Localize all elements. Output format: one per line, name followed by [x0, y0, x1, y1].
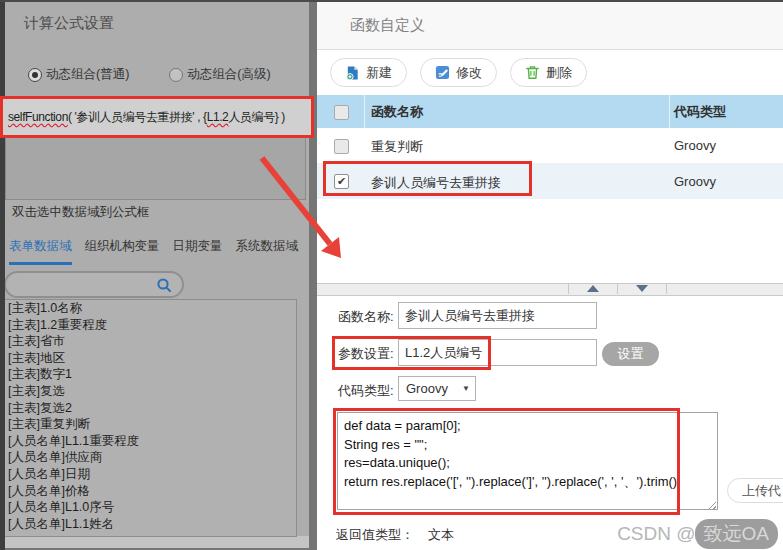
list-item[interactable]: [主表]1.0名称 — [4, 300, 296, 317]
set-button[interactable]: 设置 — [602, 342, 659, 366]
formula-settings-dialog: 计算公式设置 动态组合(普通) 动态组合(高级) selfFunction( '… — [0, 2, 309, 536]
watermark-prefix: CSDN @ — [617, 523, 695, 545]
function-custom-dialog: 函数自定义 新建 修改 — [317, 2, 783, 550]
list-item[interactable]: [人员名单]日期 — [4, 466, 296, 483]
list-item[interactable]: [主表]重复判断 — [4, 416, 296, 433]
triangle-down-icon — [636, 285, 648, 292]
tab-form-data-domain[interactable]: 表单数据域 — [9, 238, 72, 265]
list-item[interactable]: [主表]复选2 — [4, 400, 296, 417]
list-item[interactable]: [主表]省市 — [4, 333, 296, 350]
delete-button[interactable]: 删除 — [510, 58, 587, 87]
param-setting-input[interactable] — [398, 339, 597, 366]
code-line: def data = param[0]; — [344, 417, 717, 436]
return-type-row: 返回值类型： 文本 — [336, 526, 454, 544]
return-type-label: 返回值类型： — [336, 526, 414, 544]
chevron-down-icon: ▼ — [462, 384, 470, 393]
return-type-value: 文本 — [428, 526, 454, 544]
search-input[interactable] — [6, 273, 156, 296]
list-item[interactable]: [主表]复选 — [4, 383, 296, 400]
code-editor[interactable]: def data = param[0]; String res = ""; re… — [337, 412, 718, 510]
select-all-checkbox[interactable] — [334, 105, 349, 120]
code-type-select[interactable]: Groovy ▼ — [398, 376, 476, 401]
list-item[interactable]: [人员名单]L1.0序号 — [4, 499, 296, 516]
field-list: [主表]1.0名称 [主表]1.2重要程度 [主表]省市 [主表]地区 [主表]… — [3, 299, 297, 537]
radio-dynamic-normal[interactable]: 动态组合(普通) — [28, 66, 129, 83]
code-line: return res.replace('[', '').replace(']',… — [344, 473, 717, 492]
formula-tail: 人员编号} ) — [228, 110, 285, 124]
check-icon: ✔ — [337, 176, 346, 187]
combo-mode-radio-group: 动态组合(普通) 动态组合(高级) — [28, 66, 271, 83]
function-name-cell: 参训人员编号去重拼接 — [371, 174, 501, 192]
modify-button[interactable]: 修改 — [420, 58, 497, 87]
row-checkbox[interactable] — [334, 139, 349, 154]
code-type-value: Groovy — [406, 381, 448, 396]
list-item[interactable]: [人员名单]价格 — [4, 483, 296, 500]
function-name-cell: 重复判断 — [371, 138, 423, 156]
formula-expression[interactable]: selfFunction( '参训人员编号去重拼接' , {L1.2人员编号} … — [8, 109, 285, 126]
code-line: String res = ""; — [344, 436, 717, 455]
formula-function-name: selfFunction — [8, 110, 68, 124]
function-name-input[interactable] — [398, 302, 597, 329]
tab-org-variables[interactable]: 组织机构变量 — [85, 238, 160, 265]
formula-highlight-box: selfFunction( '参训人员编号去重拼接' , {L1.2人员编号} … — [0, 96, 314, 138]
splitter-separator — [666, 283, 667, 294]
radio-label: 动态组合(普通) — [46, 66, 129, 83]
formula-mid: ( '参训人员编号去重拼接' , { — [68, 110, 207, 124]
data-domain-tabs: 表单数据域 组织机构变量 日期变量 系统数据域 — [9, 238, 298, 265]
double-click-hint: 双击选中数据域到公式框 — [12, 204, 150, 221]
tab-date-variables[interactable]: 日期变量 — [173, 238, 223, 265]
watermark: CSDN @ 致远OA — [617, 519, 778, 549]
watermark-name: 致远OA — [695, 519, 778, 549]
new-button[interactable]: 新建 — [330, 58, 407, 87]
radio-label: 动态组合(高级) — [187, 66, 270, 83]
new-button-label: 新建 — [366, 64, 392, 82]
formula-field-number: L1.2 — [207, 110, 229, 124]
collapse-down-button[interactable] — [617, 283, 666, 294]
upload-code-button[interactable]: 上传代 — [727, 478, 783, 503]
edit-icon — [435, 65, 450, 80]
column-header-type: 代码类型 — [674, 103, 726, 121]
code-type-label: 代码类型: — [338, 382, 394, 400]
left-dialog-footer — [5, 536, 309, 548]
splitter-bar[interactable] — [317, 283, 783, 296]
delete-button-label: 删除 — [546, 64, 572, 82]
modify-button-label: 修改 — [456, 64, 482, 82]
window-top-edge — [0, 0, 783, 2]
code-line: res=data.unique(); — [344, 454, 717, 473]
code-type-cell: Groovy — [674, 138, 716, 153]
new-file-icon — [345, 65, 360, 81]
radio-unselected-icon — [169, 68, 183, 82]
function-name-label: 函数名称: — [338, 308, 394, 326]
search-icon[interactable] — [156, 277, 172, 293]
list-item[interactable]: [主表]地区 — [4, 350, 296, 367]
field-search-box — [4, 271, 184, 298]
list-item[interactable]: [人员名单]L1.1姓名 — [4, 516, 296, 533]
column-header-name: 函数名称 — [371, 103, 423, 121]
function-toolbar: 新建 修改 删除 — [330, 58, 587, 87]
radio-dynamic-advanced[interactable]: 动态组合(高级) — [169, 66, 270, 83]
list-item[interactable]: [主表]1.2重要程度 — [4, 317, 296, 334]
triangle-up-icon — [587, 285, 599, 292]
tab-system-data-domain[interactable]: 系统数据域 — [236, 238, 299, 265]
param-setting-label: 参数设置: — [338, 345, 394, 363]
left-dialog-title: 计算公式设置 — [24, 14, 114, 33]
left-window-edge — [0, 2, 5, 550]
collapse-up-button[interactable] — [568, 283, 617, 294]
column-separator — [669, 95, 670, 128]
trash-icon — [525, 65, 540, 80]
column-separator — [364, 95, 365, 128]
list-item[interactable]: [主表]数字1 — [4, 366, 296, 383]
radio-selected-icon — [28, 68, 42, 82]
dialog-title: 函数自定义 — [350, 16, 425, 35]
list-item[interactable]: [人员名单]L1.1重要程度 — [4, 433, 296, 450]
list-item[interactable]: [人员名单]供应商 — [4, 449, 296, 466]
panel-gap — [309, 2, 317, 550]
code-type-cell: Groovy — [674, 174, 716, 189]
row-checkbox-checked[interactable]: ✔ — [334, 174, 349, 189]
